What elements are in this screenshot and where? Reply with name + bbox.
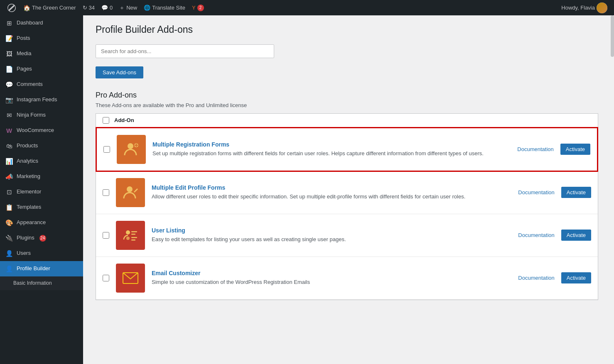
addon-actions-multiple-registration: Documentation Activate	[517, 144, 590, 155]
addon-row-multiple-edit: Multiple Edit Profile Forms Allow differ…	[96, 171, 598, 214]
addon-activate-multiple-edit[interactable]: Activate	[561, 187, 591, 198]
addon-doc-link-multiple-edit[interactable]: Documentation	[518, 189, 554, 195]
addon-info-multiple-edit: Multiple Edit Profile Forms Allow differ…	[152, 184, 511, 201]
addons-table: Add-On Multiple Registration Forms	[96, 113, 598, 300]
pro-section-title: Pro Add-ons	[96, 91, 598, 100]
addon-icon-email-customizer	[116, 264, 145, 293]
addon-checkbox-multiple-registration[interactable]	[103, 146, 110, 153]
addon-desc-user-listing: Easy to edit templates for listing your …	[152, 235, 511, 244]
addons-table-header: Add-On	[96, 114, 598, 127]
site-name-bar[interactable]: 🏠 The Green Corner	[20, 0, 79, 15]
dashboard-icon: ⊞	[5, 19, 13, 27]
sidebar-item-posts[interactable]: 📝 Posts	[0, 31, 83, 46]
sidebar-item-analytics[interactable]: 📊 Analytics	[0, 154, 83, 169]
addon-doc-link-user-listing[interactable]: Documentation	[518, 232, 554, 238]
sidebar-item-woocommerce[interactable]: W WooCommerce	[0, 123, 83, 138]
woocommerce-icon: W	[5, 126, 13, 135]
svg-rect-6	[131, 231, 137, 232]
elementor-icon: ⊡	[5, 188, 13, 196]
addon-actions-email-customizer: Documentation Activate	[518, 272, 591, 283]
save-addons-section: Save Add-ons	[96, 66, 598, 78]
scrollbar-track[interactable]	[611, 15, 614, 364]
search-bar	[96, 44, 598, 58]
sidebar-item-templates[interactable]: 📋 Templates	[0, 200, 83, 215]
sidebar-item-ninja-forms[interactable]: ✉ Ninja Forms	[0, 107, 83, 123]
addon-column-header: Add-On	[114, 117, 134, 123]
addon-icon-user-listing	[116, 221, 145, 250]
admin-bar: 🏠 The Green Corner ↻ 34 💬 0 ＋ New 🌐 Tran…	[0, 0, 614, 15]
translate-site-bar[interactable]: 🌐 Translate Site	[140, 0, 189, 15]
howdy-user[interactable]: Howdy, Flavia	[558, 0, 611, 15]
sidebar-item-media[interactable]: 🖼 Media	[0, 46, 83, 61]
profile-builder-submenu: Basic Information	[0, 276, 83, 290]
addon-activate-multiple-registration[interactable]: Activate	[560, 144, 590, 155]
appearance-icon: 🎨	[5, 218, 13, 227]
sidebar-item-users[interactable]: 👤 Users	[0, 246, 83, 261]
sidebar-item-marketing[interactable]: 📣 Marketing	[0, 169, 83, 184]
sidebar-item-elementor[interactable]: ⊡ Elementor	[0, 184, 83, 200]
svg-point-4	[127, 186, 133, 192]
addon-row-multiple-registration: Multiple Registration Forms Set up multi…	[96, 127, 598, 172]
comments-bar[interactable]: 💬 0	[98, 0, 116, 15]
pro-section-subtitle: These Add-ons are available with the Pro…	[96, 102, 598, 108]
addon-title-email-customizer: Email Customizer	[152, 270, 511, 276]
addon-title-user-listing: User Listing	[152, 227, 511, 234]
addon-title-multiple-edit: Multiple Edit Profile Forms	[152, 184, 511, 191]
addon-info-user-listing: User Listing Easy to edit templates for …	[152, 227, 511, 244]
users-icon: 👤	[5, 249, 13, 258]
addon-activate-user-listing[interactable]: Activate	[561, 230, 591, 241]
sidebar-item-plugins[interactable]: 🔌 Plugins 24	[0, 230, 83, 246]
main-content: Profile Builder Add-ons Save Add-ons Pro…	[83, 15, 611, 364]
save-addons-button[interactable]: Save Add-ons	[96, 66, 143, 78]
sidebar: ⊞ Dashboard 📝 Posts 🖼 Media 📄 Pages 💬 Co…	[0, 15, 83, 364]
sidebar-item-comments[interactable]: 💬 Comments	[0, 77, 83, 92]
sidebar-menu: ⊞ Dashboard 📝 Posts 🖼 Media 📄 Pages 💬 Co…	[0, 15, 83, 290]
addon-info-multiple-registration: Multiple Registration Forms Set up multi…	[152, 141, 511, 158]
scrollbar-thumb[interactable]	[611, 15, 614, 57]
sidebar-item-instagram[interactable]: 📷 Instagram Feeds	[0, 92, 83, 107]
media-icon: 🖼	[5, 49, 13, 58]
svg-point-8	[126, 237, 130, 240]
avatar	[597, 2, 607, 13]
addon-doc-link-multiple-registration[interactable]: Documentation	[517, 146, 553, 152]
pages-icon: 📄	[5, 65, 13, 73]
marketing-icon: 📣	[5, 172, 13, 181]
addon-checkbox-email-customizer[interactable]	[103, 275, 109, 281]
posts-icon: 📝	[5, 34, 13, 43]
addon-checkbox-user-listing[interactable]	[103, 232, 109, 239]
page-title: Profile Builder Add-ons	[96, 24, 598, 36]
addon-doc-link-email-customizer[interactable]: Documentation	[518, 275, 554, 281]
svg-rect-9	[131, 237, 137, 238]
addon-title-multiple-registration: Multiple Registration Forms	[152, 141, 511, 148]
analytics-icon: 📊	[5, 157, 13, 166]
sidebar-item-appearance[interactable]: 🎨 Appearance	[0, 215, 83, 230]
addon-actions-user-listing: Documentation Activate	[518, 230, 591, 241]
new-content-bar[interactable]: ＋ New	[116, 0, 140, 15]
wp-logo[interactable]	[3, 0, 20, 15]
addon-activate-email-customizer[interactable]: Activate	[561, 272, 591, 283]
templates-icon: 📋	[5, 203, 13, 212]
sidebar-item-products[interactable]: 🛍 Products	[0, 138, 83, 154]
updates-bar[interactable]: ↻ 34	[79, 0, 98, 15]
sidebar-item-dashboard[interactable]: ⊞ Dashboard	[0, 15, 83, 31]
addon-icon-multiple-registration	[117, 135, 146, 164]
yoast-bar[interactable]: Y 2	[189, 0, 207, 15]
addon-checkbox-multiple-edit[interactable]	[103, 189, 109, 196]
addon-desc-multiple-edit: Allow different user roles to edit their…	[152, 193, 511, 201]
addon-row-email-customizer: Email Customizer Simple to use customiza…	[96, 257, 598, 300]
sidebar-item-basic-information[interactable]: Basic Information	[0, 276, 83, 290]
addon-info-email-customizer: Email Customizer Simple to use customiza…	[152, 270, 511, 286]
sidebar-item-profile-builder[interactable]: 👤 Profile Builder	[0, 261, 83, 276]
svg-rect-10	[131, 239, 135, 241]
svg-point-0	[128, 143, 133, 149]
instagram-icon: 📷	[5, 95, 13, 104]
select-all-checkbox[interactable]	[103, 117, 109, 124]
addon-actions-multiple-edit: Documentation Activate	[518, 187, 591, 198]
search-input[interactable]	[96, 44, 274, 58]
addon-row-user-listing: User Listing Easy to edit templates for …	[96, 214, 598, 257]
ninja-forms-icon: ✉	[5, 111, 13, 120]
addon-desc-multiple-registration: Set up multiple registration forms with …	[152, 149, 511, 158]
svg-rect-7	[131, 234, 135, 235]
sidebar-item-pages[interactable]: 📄 Pages	[0, 61, 83, 77]
addon-icon-multiple-edit	[116, 178, 145, 207]
